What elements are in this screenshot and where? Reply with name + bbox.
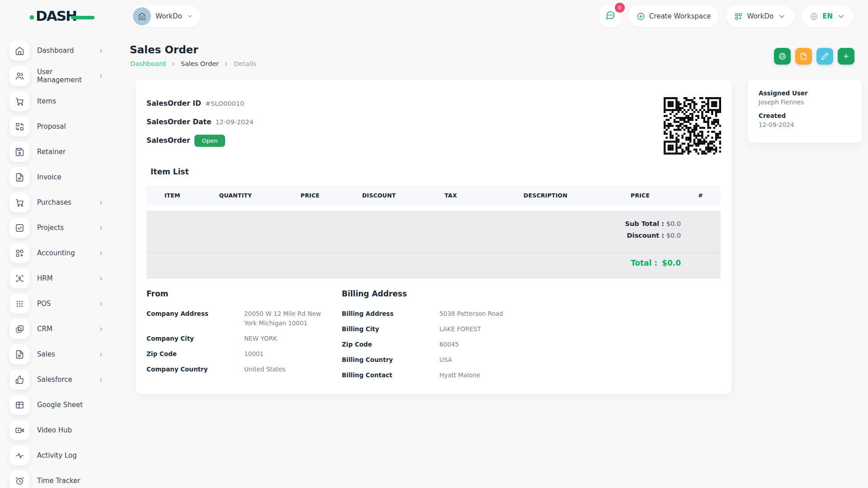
field-value: United States	[244, 365, 285, 374]
billing-field-zip-code: Zip Code60045	[342, 340, 577, 349]
swap-grid-icon	[9, 117, 29, 136]
order-header: SalesOrder ID #SLO00010 SalesOrder Date …	[146, 98, 254, 153]
field-label: Zip Code	[342, 340, 439, 349]
sidebar-item-label: Accounting	[37, 249, 98, 257]
sidebar-item-label: CRM	[37, 325, 98, 333]
sidebar-item-video-hub[interactable]: Video Hub	[0, 418, 118, 443]
brand-logo[interactable]: DASH	[30, 9, 94, 23]
assigned-user-value: Joseph Fiennes	[759, 99, 851, 106]
subtotal-row: Sub Total : $0.0	[625, 220, 681, 227]
topbar-right: 0 Create Workspace WorkDo EN	[599, 5, 854, 27]
from-section: From Company Address20050 W 12 Mile Rd N…	[146, 289, 327, 380]
order-id-value: #SLO00010	[205, 100, 244, 107]
field-value: Hyatt Malone	[439, 371, 480, 380]
sidebar-item-label: Invoice	[37, 173, 118, 181]
workdo-dropdown-label: WorkDo	[747, 12, 774, 20]
sidebar-item-label: Retainer	[37, 148, 118, 156]
sidebar-item-projects[interactable]: Projects	[0, 215, 118, 240]
activity-icon	[9, 446, 29, 465]
sidebar-item-items[interactable]: Items	[0, 89, 118, 114]
dots-grid-icon	[9, 294, 29, 314]
chevron-right-icon	[98, 301, 104, 307]
users-icon	[9, 66, 29, 86]
workspace-label: WorkDo	[156, 12, 182, 20]
messages-button[interactable]: 0	[599, 5, 621, 27]
save-icon	[9, 142, 29, 162]
sidebar-item-label: Purchases	[37, 198, 98, 206]
created-value: 12-09-2024	[759, 121, 851, 128]
billing-section: Billing Address Billing Address5038 Patt…	[342, 289, 577, 386]
sidebar-item-hrm[interactable]: HRM	[0, 266, 118, 291]
grid-plus-icon	[9, 243, 29, 263]
field-label: Zip Code	[146, 349, 244, 359]
plus-icon	[842, 52, 850, 60]
sidebar-item-time-tracker[interactable]: Time Tracker	[0, 468, 118, 488]
language-label: EN	[822, 12, 833, 20]
discount-value: $0.0	[666, 232, 681, 239]
total-row: Total :$0.0	[631, 258, 681, 267]
app-root: DASH WorkDo 0 Create Workspace	[0, 0, 868, 488]
from-field-company-city: Company CityNEW YORK	[146, 334, 327, 343]
sidebar-item-label: POS	[37, 300, 98, 308]
field-label: Billing City	[342, 324, 439, 334]
workspace-avatar	[133, 7, 151, 25]
alarm-icon	[9, 471, 29, 488]
create-workspace-button[interactable]: Create Workspace	[628, 5, 719, 27]
sidebar-item-pos[interactable]: POS	[0, 291, 118, 316]
sidebar-item-accounting[interactable]: Accounting	[0, 240, 118, 266]
field-label: Billing Country	[342, 355, 439, 365]
sidebar-item-label: Video Hub	[37, 426, 118, 434]
billing-field-billing-city: Billing CityLAKE FOREST	[342, 324, 577, 334]
sidebar-item-label: Google Sheet	[37, 401, 118, 409]
cart-icon	[9, 192, 29, 212]
field-value: NEW YORK	[244, 334, 277, 343]
create-button[interactable]	[838, 48, 854, 65]
sidebar-item-proposal[interactable]: Proposal	[0, 114, 118, 139]
sidebar-item-label: Sales	[37, 350, 98, 358]
field-value: LAKE FOREST	[439, 324, 481, 334]
totals-band: Sub Total : $0.0 Discount : $0.0 Total :…	[146, 211, 721, 279]
cart-icon	[9, 91, 29, 111]
sidebar-item-google-sheet[interactable]: Google Sheet	[0, 392, 118, 418]
sidebar-item-label: Dashboard	[37, 47, 98, 55]
pencil-icon	[821, 52, 829, 60]
sidebar-item-user-management[interactable]: User Management	[0, 63, 118, 89]
breadcrumb-sales-order[interactable]: Sales Order	[181, 60, 219, 67]
subtotal-value: $0.0	[666, 220, 681, 227]
breadcrumb-dashboard[interactable]: Dashboard	[130, 60, 166, 67]
chevron-right-icon	[170, 61, 176, 67]
globe-icon	[810, 12, 818, 21]
field-label: Billing Address	[342, 309, 439, 319]
topbar: DASH WorkDo 0 Create Workspace	[0, 0, 868, 33]
billing-field-billing-contact: Billing ContactHyatt Malone	[342, 371, 577, 380]
sidebar-item-salesforce[interactable]: Salesforce	[0, 367, 118, 392]
sidebar-item-label: Proposal	[37, 122, 118, 131]
field-label: Billing Contact	[342, 371, 439, 380]
order-date-value: 12-09-2024	[215, 118, 253, 126]
sidebar-item-retainer[interactable]: Retainer	[0, 139, 118, 164]
language-dropdown[interactable]: EN	[802, 5, 854, 27]
sidebar-item-sales[interactable]: Sales	[0, 342, 118, 367]
chevron-down-icon	[187, 13, 193, 19]
sidebar-item-dashboard[interactable]: Dashboard	[0, 38, 118, 63]
sidebar-item-crm[interactable]: CRM	[0, 316, 118, 342]
workdo-dropdown[interactable]: WorkDo	[726, 5, 794, 27]
from-field-company-address: Company Address20050 W 12 Mile Rd New Yo…	[146, 309, 327, 328]
sidebar: DashboardUser ManagementItemsProposalRet…	[0, 38, 118, 488]
sidebar-item-invoice[interactable]: Invoice	[0, 164, 118, 190]
order-date-label: SalesOrder Date	[146, 118, 211, 126]
sidebar-item-purchases[interactable]: Purchases	[0, 190, 118, 215]
column-header-tax: TAX	[410, 192, 491, 199]
sidebar-item-label: HRM	[37, 274, 98, 282]
column-header-item: ITEM	[146, 192, 198, 199]
export-button[interactable]	[795, 48, 812, 65]
sidebar-item-label: Time Tracker	[37, 477, 118, 485]
logo-text: DASH	[36, 9, 76, 23]
workspace-switcher[interactable]: WorkDo	[131, 5, 201, 27]
breadcrumb: Dashboard Sales Order Details	[130, 60, 256, 67]
discount-row: Discount : $0.0	[625, 232, 681, 239]
field-value: USA	[439, 355, 452, 365]
edit-button[interactable]	[816, 48, 833, 65]
print-button[interactable]	[774, 48, 791, 65]
sidebar-item-activity-log[interactable]: Activity Log	[0, 443, 118, 468]
